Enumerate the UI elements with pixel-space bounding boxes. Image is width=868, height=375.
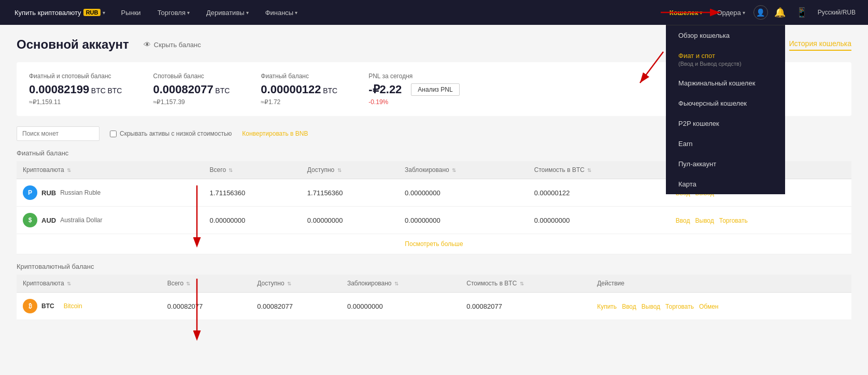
- buy-crypto-button[interactable]: Купить криптовалюту RUB ▾: [8, 5, 111, 21]
- pnl-change: -0.19%: [368, 98, 459, 106]
- col-btc-value[interactable]: Стоимость в BTC ⇅: [528, 161, 670, 179]
- dropdown-item-futures[interactable]: Фьючерсный кошелек: [666, 93, 785, 113]
- pnl-analysis-button[interactable]: Анализ PNL: [411, 83, 459, 96]
- col-total[interactable]: Всего ⇅: [204, 161, 301, 179]
- col-blocked[interactable]: Заблокировано ⇅: [399, 161, 528, 179]
- eye-icon: 👁: [144, 40, 151, 49]
- wallet-dropdown-menu: Обзор кошелька Фиат и спот (Ввод и Вывод…: [666, 25, 785, 194]
- action-crypto-ввод-0[interactable]: Ввод: [622, 303, 636, 310]
- coin-icon-BTC: ₿: [23, 299, 37, 313]
- dropdown-fiat-spot-sub: (Ввод и Вывод средств): [678, 61, 773, 67]
- finance-label: Финансы: [265, 9, 294, 17]
- fiat-spot-balance-unit: BTC: [91, 86, 106, 95]
- action-crypto-вывод-0[interactable]: Вывод: [642, 303, 660, 310]
- col-currency[interactable]: Криптовалюта ⇅: [17, 161, 204, 179]
- crypto-btc-0: 0.00082077: [460, 293, 591, 320]
- sort-crypto-currency-icon: ⇅: [67, 281, 71, 286]
- search-input[interactable]: [17, 126, 99, 141]
- tablet-button[interactable]: 📱: [792, 5, 812, 20]
- top-navigation: Купить криптовалюту RUB ▾ Рынки Торговля…: [0, 0, 868, 25]
- crypto-blocked-0: 0.00000000: [341, 293, 460, 320]
- sort-btc-icon: ⇅: [587, 167, 591, 173]
- dropdown-card-label: Карта: [678, 180, 773, 188]
- col-crypto-currency[interactable]: Криптовалюта ⇅: [17, 275, 161, 293]
- dropdown-item-margin[interactable]: Маржинальный кошелек: [666, 73, 785, 93]
- col-crypto-action: Действие: [591, 275, 851, 293]
- fiat-balance-value: 0.00000122: [261, 83, 321, 96]
- language-button[interactable]: Русский/RUB: [814, 7, 860, 18]
- crypto-coin-cell-0: ₿ BTC Bitcoin: [17, 293, 161, 320]
- dropdown-overview-label: Обзор кошелька: [678, 32, 773, 39]
- action-торговать-1[interactable]: Торговать: [719, 217, 748, 224]
- pnl-card: PNL за сегодня -₽2.22 Анализ PNL -0.19%: [368, 73, 459, 106]
- spot-balance-value: 0.00082077: [153, 83, 213, 96]
- dropdown-futures-label: Фьючерсный кошелек: [678, 99, 773, 107]
- dropdown-item-fiat-spot[interactable]: Фиат и спот (Ввод и Вывод средств): [666, 46, 785, 73]
- user-icon: 👤: [756, 8, 765, 17]
- dropdown-pool-label: Пул-аккаунт: [678, 160, 773, 168]
- dropdown-item-earn[interactable]: Earn: [666, 134, 785, 154]
- coin-name-link-BTC[interactable]: Bitcoin: [64, 302, 82, 310]
- spot-balance-label: Спотовый баланс: [153, 73, 230, 80]
- markets-label: Рынки: [121, 9, 140, 17]
- dropdown-item-p2p[interactable]: P2P кошелек: [666, 113, 785, 134]
- dropdown-item-card[interactable]: Карта: [666, 174, 785, 194]
- fiat-available-0: 1.71156360: [301, 179, 399, 207]
- col-crypto-available[interactable]: Доступно ⇅: [251, 275, 341, 293]
- trade-nav[interactable]: Торговля ▾: [150, 5, 197, 21]
- action-crypto-купить-0[interactable]: Купить: [597, 303, 617, 310]
- hide-low-assets-text: Скрывать активы с низкой стоимостью: [120, 130, 232, 137]
- fiat-actions-1: ВводВыводТорговать: [670, 207, 851, 234]
- fiat-spot-balance-card: Фиатный и спотовый баланс 0.00082199 BTC…: [29, 73, 122, 106]
- hide-low-assets-checkbox[interactable]: [110, 131, 117, 137]
- col-crypto-btc[interactable]: Стоимость в BTC ⇅: [460, 275, 591, 293]
- coin-name-RUB: Russian Ruble: [60, 189, 101, 196]
- fiat-balance-rub: ≈₽1.72: [261, 98, 337, 106]
- user-avatar[interactable]: 👤: [753, 5, 768, 20]
- action-вывод-1[interactable]: Вывод: [695, 217, 714, 224]
- col-available[interactable]: Доступно ⇅: [301, 161, 399, 179]
- derivatives-nav[interactable]: Деривативы ▾: [199, 5, 256, 21]
- crypto-table-row: ₿ BTC Bitcoin 0.00082077 0.00082077 0.00…: [17, 293, 851, 320]
- chevron-down-icon: ▾: [103, 10, 105, 16]
- spot-balance-rub: ≈₽1,157.39: [153, 98, 230, 106]
- crypto-section-title: Криптовалютный баланс: [17, 263, 851, 270]
- trade-label: Торговля: [158, 9, 186, 17]
- col-crypto-blocked[interactable]: Заблокировано ⇅: [341, 275, 460, 293]
- dropdown-item-overview[interactable]: Обзор кошелька: [666, 25, 785, 46]
- coin-link-BTC[interactable]: BTC: [41, 302, 54, 310]
- markets-nav[interactable]: Рынки: [113, 5, 148, 21]
- action-crypto-обмен-0[interactable]: Обмен: [699, 303, 719, 310]
- hide-low-assets-label[interactable]: Скрывать активы с низкой стоимостью: [110, 130, 232, 137]
- chevron-trade-icon: ▾: [187, 10, 190, 16]
- sort-crypto-btc-icon: ⇅: [520, 281, 524, 286]
- page-title: Основной аккаунт: [17, 37, 129, 52]
- crypto-available-0: 0.00082077: [251, 293, 341, 320]
- nav-left: Купить криптовалюту RUB ▾ Рынки Торговля…: [8, 5, 305, 21]
- fiat-spot-unit: BTC: [107, 86, 122, 95]
- action-ввод-1[interactable]: Ввод: [676, 217, 690, 224]
- action-crypto-торговать-0[interactable]: Торговать: [665, 303, 694, 310]
- fiat-blocked-0: 0.00000000: [399, 179, 528, 207]
- fiat-total-1: 0.00000000: [204, 207, 301, 234]
- fiat-btc-1: 0.00000000: [528, 207, 670, 234]
- chevron-finance-icon: ▾: [295, 10, 297, 16]
- coin-icon-RUB: P: [23, 185, 37, 200]
- tab-history[interactable]: История кошелька: [789, 37, 851, 51]
- arrow-to-fiat-row: [187, 185, 207, 248]
- notifications-button[interactable]: 🔔: [770, 5, 790, 20]
- hide-balance-button[interactable]: 👁 Скрыть баланс: [139, 38, 205, 51]
- dropdown-margin-label: Маржинальный кошелек: [678, 79, 773, 87]
- chevron-orders-icon: ▾: [743, 10, 745, 16]
- view-more-fiat[interactable]: Посмотреть больше: [17, 234, 851, 254]
- finance-nav[interactable]: Финансы ▾: [258, 5, 305, 21]
- fiat-available-1: 0.00000000: [301, 207, 399, 234]
- dropdown-item-pool[interactable]: Пул-аккаунт: [666, 154, 785, 174]
- fiat-coin-cell-0: P RUB Russian Ruble: [17, 179, 204, 207]
- dropdown-earn-label: Earn: [678, 140, 773, 148]
- convert-to-bnb-link[interactable]: Конвертировать в BNB: [242, 130, 308, 137]
- tablet-icon: 📱: [796, 7, 807, 18]
- spot-balance-card: Спотовый баланс 0.00082077 BTC ≈₽1,157.3…: [153, 73, 230, 106]
- rub-badge: RUB: [83, 9, 101, 16]
- crypto-balance-table: Криптовалюта ⇅ Всего ⇅ Доступно ⇅ Заблок…: [17, 275, 851, 320]
